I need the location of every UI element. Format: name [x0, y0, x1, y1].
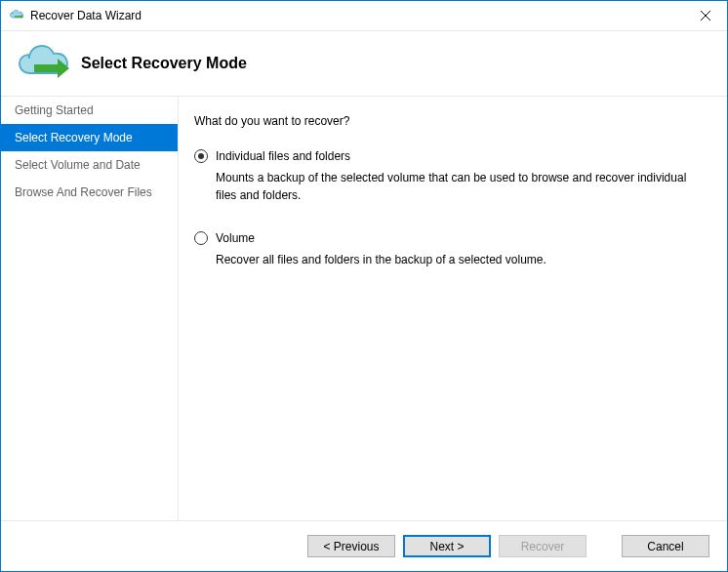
main-content: What do you want to recover? Individual …	[178, 96, 727, 520]
titlebar: Recover Data Wizard	[1, 1, 727, 31]
previous-button[interactable]: < Previous	[307, 535, 395, 557]
radio-label: Volume	[216, 231, 255, 245]
sidebar-item-getting-started[interactable]: Getting Started	[1, 97, 178, 124]
recovery-question: What do you want to recover?	[194, 114, 700, 128]
close-icon	[701, 11, 710, 20]
next-button[interactable]: Next >	[403, 535, 491, 557]
sidebar-item-select-recovery-mode[interactable]: Select Recovery Mode	[1, 124, 178, 151]
recovery-options: Individual files and folders Mounts a ba…	[194, 149, 700, 268]
radio-circle-icon	[194, 231, 208, 245]
option-description: Mounts a backup of the selected volume t…	[216, 169, 700, 204]
page-header: Select Recovery Mode	[1, 31, 727, 96]
close-button[interactable]	[683, 1, 727, 31]
radio-individual-files[interactable]: Individual files and folders	[194, 149, 700, 163]
page-title: Select Recovery Mode	[81, 55, 247, 72]
recover-button: Recover	[499, 535, 586, 557]
body-area: Getting Started Select Recovery Mode Sel…	[1, 96, 727, 520]
option-volume: Volume Recover all files and folders in …	[194, 231, 700, 268]
option-description: Recover all files and folders in the bac…	[216, 251, 700, 268]
sidebar: Getting Started Select Recovery Mode Sel…	[1, 96, 178, 520]
sidebar-item-select-volume-date[interactable]: Select Volume and Date	[1, 151, 178, 179]
footer: < Previous Next > Recover Cancel	[1, 520, 727, 571]
app-cloud-icon	[9, 8, 24, 23]
window-title: Recover Data Wizard	[30, 9, 683, 22]
option-individual-files: Individual files and folders Mounts a ba…	[194, 149, 700, 204]
radio-circle-icon	[194, 149, 208, 163]
radio-volume[interactable]: Volume	[194, 231, 700, 245]
cloud-recovery-icon	[15, 43, 71, 84]
radio-label: Individual files and folders	[216, 149, 350, 163]
cancel-button[interactable]: Cancel	[622, 535, 709, 557]
sidebar-item-browse-recover-files[interactable]: Browse And Recover Files	[1, 179, 178, 206]
